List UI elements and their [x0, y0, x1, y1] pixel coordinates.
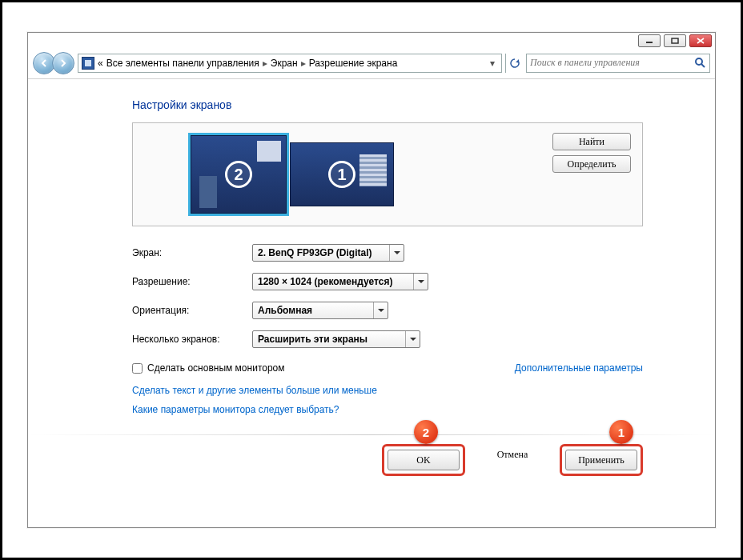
detect-button[interactable]: Определить [552, 155, 631, 173]
breadcrumb-seg-3[interactable]: Разрешение экрана [309, 58, 398, 69]
display-value: 2. BenQ FP93GP (Digital) [258, 247, 372, 258]
apply-highlight: Применить [560, 444, 643, 476]
refresh-button[interactable] [505, 54, 523, 73]
svg-point-2 [696, 58, 702, 65]
breadcrumb-pre: « [98, 58, 103, 69]
page-title: Настройки экранов [132, 98, 643, 111]
forward-button[interactable] [52, 52, 74, 74]
svg-rect-0 [646, 42, 653, 43]
content-pane: Настройки экранов 2 1 Найти Определить [28, 79, 715, 527]
breadcrumb-seg-2[interactable]: Экран [271, 58, 298, 69]
find-button[interactable]: Найти [552, 133, 631, 150]
nav-bar: « Все элементы панели управления ▸ Экран… [28, 50, 715, 79]
orientation-label: Ориентация: [132, 305, 252, 316]
orientation-value: Альбомная [258, 305, 312, 316]
chevron-down-icon [373, 302, 388, 318]
ok-button[interactable]: OK [388, 450, 460, 470]
make-primary-label: Сделать основным монитором [147, 362, 285, 374]
svg-rect-1 [672, 38, 678, 43]
monitor-1-number: 1 [328, 161, 355, 188]
search-box[interactable] [526, 54, 710, 73]
multi-display-value: Расширить эти экраны [258, 334, 367, 345]
search-icon [693, 58, 706, 68]
chevron-down-icon [413, 274, 428, 290]
resolution-value: 1280 × 1024 (рекомендуется) [258, 276, 392, 287]
minimize-button[interactable] [638, 34, 661, 47]
annotation-badge-1: 1 [609, 420, 633, 444]
display-label: Экран: [132, 247, 252, 258]
which-settings-link[interactable]: Какие параметры монитора следует выбрать… [132, 404, 643, 415]
chevron-down-icon [405, 331, 420, 347]
nav-buttons [33, 52, 74, 74]
close-button[interactable] [689, 34, 712, 47]
multi-display-combo[interactable]: Расширить эти экраны [252, 330, 420, 348]
monitors-area[interactable]: 2 1 [191, 135, 394, 214]
make-primary-checkbox[interactable]: Сделать основным монитором [132, 362, 285, 374]
footer-buttons: 2 OK Отмена 1 Применить [132, 434, 643, 476]
apply-button[interactable]: Применить [565, 450, 637, 470]
display-combo[interactable]: 2. BenQ FP93GP (Digital) [252, 244, 404, 262]
chevron-right-icon: ▸ [263, 58, 267, 69]
maximize-button[interactable] [664, 34, 686, 47]
resolution-combo[interactable]: 1280 × 1024 (рекомендуется) [252, 273, 428, 290]
ok-highlight: OK [382, 444, 465, 476]
address-dropdown[interactable]: ▾ [487, 58, 498, 69]
screenshot-frame: « Все элементы панели управления ▸ Экран… [0, 0, 743, 560]
multi-display-label: Несколько экранов: [132, 334, 252, 345]
orientation-combo[interactable]: Альбомная [252, 302, 388, 319]
address-bar[interactable]: « Все элементы панели управления ▸ Экран… [78, 54, 502, 73]
search-input[interactable] [530, 57, 693, 69]
settings-rows: Экран: 2. BenQ FP93GP (Digital) Разрешен… [132, 244, 643, 348]
chevron-right-icon: ▸ [301, 58, 306, 69]
monitor-2[interactable]: 2 [191, 135, 287, 214]
monitor-2-number: 2 [225, 161, 252, 188]
chevron-down-icon [389, 245, 404, 261]
display-preview: 2 1 Найти Определить [132, 122, 643, 226]
control-panel-icon [82, 57, 94, 70]
advanced-settings-link[interactable]: Дополнительные параметры [515, 362, 643, 374]
cancel-button[interactable]: Отмена [476, 444, 548, 465]
titlebar [28, 33, 715, 50]
make-primary-input[interactable] [132, 363, 143, 374]
text-size-link[interactable]: Сделать текст и другие элементы больше и… [132, 385, 643, 396]
explorer-window: « Все элементы панели управления ▸ Экран… [27, 32, 716, 528]
resolution-label: Разрешение: [132, 276, 252, 287]
breadcrumb-seg-1[interactable]: Все элементы панели управления [106, 58, 259, 69]
monitor-1[interactable]: 1 [290, 142, 394, 206]
annotation-badge-2: 2 [414, 420, 438, 444]
